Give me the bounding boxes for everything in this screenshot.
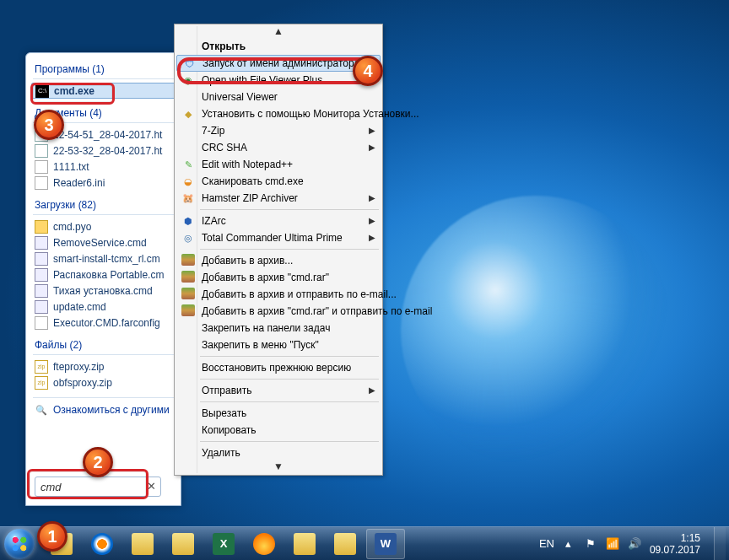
taskbar-clock[interactable]: 1:15 09.07.2017 — [650, 532, 705, 556]
taskbar-word[interactable]: W — [366, 529, 405, 559]
ctx-file-viewer-plus[interactable]: ◉ Open with File Viewer Plus — [176, 72, 381, 89]
lang-indicator[interactable]: EN — [540, 537, 554, 551]
taskbar-folder2[interactable] — [164, 529, 202, 559]
callout-4: 4 — [353, 56, 383, 86]
network-icon[interactable]: 📶 — [606, 537, 619, 551]
files-item[interactable]: zipobfsproxy.zip — [26, 374, 181, 390]
ctx-install-monitor[interactable]: ◆ Установить с помощью Монитора Установк… — [176, 105, 381, 122]
file-icon — [35, 300, 48, 314]
downloads-item[interactable]: cmd.pyo — [26, 218, 181, 234]
monitor-icon: ◆ — [181, 107, 195, 121]
wmp-icon — [91, 533, 113, 555]
ctx-add-archive-named[interactable]: Добавить в архив "cmd.rar" — [176, 269, 381, 286]
result-label: fteproxy.zip — [53, 361, 104, 373]
ctx-universal-viewer[interactable]: Universal Viewer — [176, 89, 381, 105]
see-more-results[interactable]: 🔍 Ознакомиться с другими — [26, 401, 181, 418]
ctx-scroll-down[interactable]: ▼ — [176, 461, 381, 473]
winrar-icon — [181, 288, 195, 299]
ctx-open[interactable]: Открыть — [176, 38, 381, 55]
files-item[interactable]: zipfteproxy.zip — [26, 358, 181, 374]
action-center-icon[interactable]: ⚑ — [584, 537, 597, 551]
cmd-icon: C:\ — [35, 84, 49, 98]
daemon-icon — [253, 533, 275, 555]
result-label: cmd.exe — [54, 85, 94, 97]
callout-2: 2 — [83, 447, 113, 477]
ctx-delete[interactable]: Удалить — [176, 444, 381, 461]
result-label: RemoveService.cmd — [53, 237, 147, 249]
ctx-cut[interactable]: Вырезать — [176, 405, 381, 422]
ctx-notepadpp[interactable]: ✎ Edit with Notepad++ — [176, 156, 381, 173]
docs-item[interactable]: 22-53-32_28-04-2017.ht — [26, 143, 181, 159]
folder-icon — [172, 533, 194, 555]
file-icon — [35, 220, 48, 234]
downloads-item[interactable]: Executor.CMD.farconfig — [26, 315, 181, 331]
docs-item[interactable]: Reader6.ini — [26, 175, 181, 191]
file-icon — [35, 316, 48, 330]
clear-search-button[interactable]: ✕ — [144, 480, 158, 493]
file-icon — [35, 268, 48, 282]
file-icon — [35, 284, 48, 298]
ctx-pin-start[interactable]: Закрепить в меню "Пуск" — [176, 337, 381, 353]
callout-3: 3 — [34, 110, 64, 140]
downloads-item[interactable]: RemoveService.cmd — [26, 234, 181, 250]
result-cmd-exe[interactable]: C:\ cmd.exe — [31, 83, 176, 99]
downloads-item[interactable]: Тихая установка.cmd — [26, 283, 181, 299]
submenu-arrow-icon: ▶ — [369, 143, 375, 152]
ctx-avast-scan[interactable]: ◒ Сканировать cmd.exe — [176, 173, 381, 190]
downloads-item[interactable]: smart-install-tcmx_rl.cm — [26, 250, 181, 267]
ctx-hamster[interactable]: 🐹 Hamster ZIP Archiver▶ — [176, 190, 381, 207]
result-label: Тихая установка.cmd — [53, 285, 153, 297]
ctx-add-archive-email[interactable]: Добавить в архив и отправить по e-mail..… — [176, 286, 381, 303]
file-icon — [35, 144, 48, 158]
tray-expand-icon[interactable]: ▴ — [562, 537, 575, 551]
notepadpp-icon: ✎ — [181, 158, 195, 171]
submenu-arrow-icon: ▶ — [369, 126, 375, 135]
result-label: Reader6.ini — [53, 177, 105, 189]
ctx-add-archive-named-email[interactable]: Добавить в архив "cmd.rar" и отправить п… — [176, 303, 381, 320]
taskbar-excel[interactable]: X — [204, 529, 243, 559]
ctx-run-as-admin[interactable]: 🛡 Запуск от имени администратора — [176, 55, 381, 72]
taskbar-folder[interactable] — [123, 529, 162, 559]
ctx-pin-taskbar[interactable]: Закрепить на панели задач — [176, 320, 381, 337]
ctx-copy[interactable]: Копировать — [176, 422, 381, 439]
file-icon: zip — [35, 360, 48, 374]
ctx-scroll-up[interactable]: ▲ — [176, 26, 381, 38]
ctx-crc-sha[interactable]: CRC SHA▶ — [176, 139, 381, 156]
folder-icon — [132, 533, 154, 555]
submenu-arrow-icon: ▶ — [369, 216, 375, 225]
result-label: smart-install-tcmx_rl.cm — [53, 253, 160, 265]
result-label: obfsproxy.zip — [53, 377, 112, 389]
taskbar-folder3[interactable] — [285, 529, 324, 559]
ctx-izarc[interactable]: ⬢ IZArc▶ — [176, 213, 381, 229]
ctx-send-to[interactable]: Отправить▶ — [176, 382, 381, 399]
taskbar-wmp[interactable] — [83, 529, 122, 559]
winrar-icon — [181, 304, 195, 316]
file-icon: zip — [35, 376, 48, 390]
section-downloads: Загрузки (82) — [26, 196, 181, 213]
excel-icon: X — [213, 533, 235, 555]
ctx-restore-previous[interactable]: Восстановить прежнюю версию — [176, 359, 381, 376]
file-icon — [35, 176, 48, 190]
section-files: Файлы (2) — [26, 336, 181, 353]
docs-item[interactable]: 1111.txt — [26, 159, 181, 175]
volume-icon[interactable]: 🔊 — [628, 537, 641, 551]
show-desktop-button[interactable] — [714, 527, 726, 561]
avast-icon: ◒ — [181, 175, 195, 188]
folder-icon — [294, 533, 316, 555]
taskbar-folder4[interactable] — [326, 529, 364, 559]
start-button[interactable] — [0, 527, 39, 561]
result-label: Распаковка Portable.cm — [53, 269, 164, 281]
search-input[interactable] — [35, 477, 161, 497]
winrar-icon — [181, 271, 195, 283]
ctx-add-archive[interactable]: Добавить в архив... — [176, 252, 381, 269]
context-menu: ▲ Открыть 🛡 Запуск от имени администрато… — [174, 24, 383, 476]
ctx-7zip[interactable]: 7-Zip▶ — [176, 122, 381, 139]
taskbar-daemon[interactable] — [245, 529, 284, 559]
downloads-item[interactable]: Распаковка Portable.cm — [26, 267, 181, 283]
ctx-tcup[interactable]: ◎ Total Commander Ultima Prime▶ — [176, 229, 381, 246]
file-icon — [35, 160, 48, 174]
downloads-item[interactable]: update.cmd — [26, 299, 181, 315]
start-search-box: ✕ — [35, 477, 161, 497]
winrar-icon — [181, 254, 195, 266]
callout-1: 1 — [37, 521, 68, 552]
